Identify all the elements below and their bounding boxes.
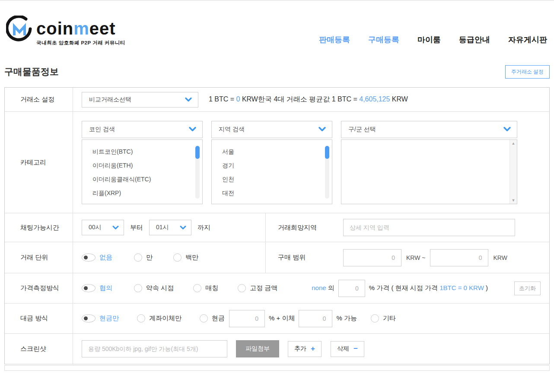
scroll-down-arrow-icon[interactable]: ▼	[512, 198, 516, 202]
price-method-field: 협의 약속 시점 매칭 고정 금액 none 의 % 가격 ( 현재 시점 가격…	[73, 273, 549, 303]
file-attach-button[interactable]: 파일첨부	[236, 340, 279, 357]
buy-range-field: KRW ~ KRW	[334, 242, 549, 273]
cash-percent-input[interactable]	[229, 310, 265, 327]
payment-radio-cash-mix[interactable]: 현금	[200, 314, 225, 322]
coin-search-select[interactable]: 코인 검색	[82, 121, 203, 138]
region-list-item[interactable]: 경기	[212, 159, 332, 173]
scrollbar-thumb[interactable]	[195, 146, 200, 159]
district-list-scrollbar[interactable]: ▲ ▼	[509, 140, 517, 204]
radio-icon	[193, 284, 201, 292]
radio-icon	[173, 253, 181, 262]
coin-list-item[interactable]: 이더리움(ETH)	[82, 159, 202, 173]
plus-icon: +	[311, 345, 315, 353]
rate-part2: KRW한국 4대 거래소 평균값 1 BTC =	[240, 95, 359, 103]
desired-area-label: 거래희망지역	[265, 213, 334, 242]
price-percent-input[interactable]	[338, 280, 365, 297]
unit-radio-million[interactable]: 백만	[173, 253, 198, 262]
brand-wordmark: coinmeet	[36, 20, 125, 37]
buy-range-min-input[interactable]	[343, 249, 401, 266]
payment-radio-transfer-only-label: 계좌이체만	[149, 314, 181, 322]
compare-exchange-select[interactable]: 비교거래소선택	[82, 92, 198, 107]
chat-time-to-select[interactable]: 01시	[149, 220, 191, 235]
rate-part1: 1 BTC =	[209, 95, 236, 103]
chat-time-from-select[interactable]: 00시	[82, 220, 124, 235]
chevron-down-icon	[112, 226, 119, 230]
payment-radio-etc-label: 기타	[383, 314, 396, 322]
payment-method-row: 대금 방식 현금만 계좌이체만 현금 % + 이체 % 가능 기타	[5, 303, 549, 333]
coin-list-scrollbar[interactable]	[195, 146, 200, 199]
price-radio-negotiate[interactable]: 협의	[82, 284, 112, 292]
buy-range-max-input[interactable]	[430, 249, 488, 266]
nav-item-buy-register[interactable]: 구매등록	[368, 35, 399, 45]
close-paren: )	[484, 284, 488, 291]
coin-list-item[interactable]: 비트코인(BTC)	[82, 145, 202, 159]
district-select[interactable]: 구/군 선택	[341, 121, 517, 138]
coin-combo: 코인 검색 비트코인(BTC) 이더리움(ETH) 이더리움클래식(ETC) 리…	[82, 121, 203, 204]
screenshot-label: 스크린샷	[5, 334, 73, 364]
region-list-item[interactable]: 대전	[212, 187, 332, 200]
minus-icon: −	[353, 345, 358, 353]
exchange-setting-label: 거래소 설정	[5, 88, 73, 111]
price-method-row: 가격측정방식 협의 약속 시점 매칭 고정 금액 none 의 % 가격 ( 현…	[5, 273, 549, 303]
payment-method-field: 현금만 계좌이체만 현금 % + 이체 % 가능 기타	[73, 303, 549, 333]
header: coinmeet 국내최초 암호화폐 P2P 거래 커뮤니티 판매등록 구매등록…	[0, 1, 554, 56]
price-radio-matching-label: 매칭	[205, 284, 218, 292]
price-radio-matching[interactable]: 매칭	[193, 284, 218, 292]
page-title: 구매물품정보	[4, 66, 59, 78]
region-list-item[interactable]: 인천	[212, 173, 332, 187]
category-label: 카테고리	[5, 112, 73, 213]
radio-icon	[200, 314, 208, 322]
main-exchange-setting-button[interactable]: 주거래소 설정	[505, 65, 550, 79]
radio-icon	[371, 314, 379, 322]
price-radio-fixed-amount-label: 고정 금액	[250, 284, 277, 292]
range-between-text: KRW ~	[406, 254, 425, 261]
price-percent-group: none 의 % 가격 ( 현재 시점 가격 1BTC = 0 KRW ) 초기…	[312, 280, 541, 297]
title-row: 구매물품정보 주거래소 설정	[4, 62, 550, 81]
unit-radio-none[interactable]: 없음	[82, 253, 112, 262]
scrollbar-thumb[interactable]	[325, 146, 329, 159]
desired-area-input[interactable]	[343, 219, 515, 236]
nav-item-free-board[interactable]: 자유게시판	[508, 35, 547, 45]
chat-time-label: 채팅가능시간	[5, 213, 73, 242]
chevron-down-icon	[503, 127, 511, 132]
category-field: 코인 검색 비트코인(BTC) 이더리움(ETH) 이더리움클래식(ETC) 리…	[73, 112, 549, 213]
chat-time-to-value: 01시	[156, 224, 169, 231]
add-screenshot-button[interactable]: 추가+	[288, 341, 322, 357]
district-combo: 구/군 선택 ▲ ▼	[341, 121, 517, 204]
payment-radio-etc[interactable]: 기타	[371, 314, 396, 322]
radio-icon	[134, 284, 142, 292]
price-text: % 가격 ( 현재 시점 가격	[369, 284, 439, 291]
brand-logo[interactable]: coinmeet 국내최초 암호화폐 P2P 거래 커뮤니티	[6, 16, 125, 46]
nav-item-grade-guide[interactable]: 등급안내	[459, 35, 490, 45]
region-list-scrollbar[interactable]	[325, 146, 329, 199]
nav-item-sell-register[interactable]: 판매등록	[319, 35, 350, 45]
main-nav: 판매등록 구매등록 마이룸 등급안내 자유게시판	[319, 35, 547, 45]
delete-screenshot-button[interactable]: 삭제−	[331, 341, 364, 357]
radio-selected-icon	[82, 284, 96, 292]
radio-selected-icon	[82, 253, 96, 262]
payment-radio-cash-only[interactable]: 현금만	[82, 314, 119, 322]
coin-list-item[interactable]: 이더리움클래식(ETC)	[82, 173, 202, 187]
wordmark-part3: eet	[89, 19, 116, 38]
screenshot-file-input[interactable]	[82, 340, 227, 357]
region-list-item[interactable]: 서울	[212, 145, 332, 159]
payment-radio-transfer-only[interactable]: 계좌이체만	[137, 314, 181, 322]
none-text: none	[312, 284, 326, 291]
coin-list-item[interactable]: 리플(XRP)	[82, 187, 202, 200]
scroll-up-arrow-icon[interactable]: ▲	[512, 141, 516, 145]
reset-button[interactable]: 초기화	[514, 281, 541, 295]
price-radio-promise-time[interactable]: 약속 시점	[134, 284, 174, 292]
from-text: 부터	[130, 224, 143, 232]
logo-text: coinmeet 국내최초 암호화폐 P2P 거래 커뮤니티	[36, 16, 125, 46]
nav-item-my-room[interactable]: 마이룸	[417, 35, 441, 45]
radio-icon	[134, 253, 142, 262]
category-row: 카테고리 코인 검색 비트코인(BTC) 이더리움(ETH) 이더리움클래식(E…	[5, 111, 549, 213]
transfer-percent-input[interactable]	[299, 310, 332, 327]
price-radio-fixed-amount[interactable]: 고정 금액	[238, 284, 277, 292]
unit-radio-none-label: 없음	[99, 253, 112, 262]
payment-method-label: 대금 방식	[5, 303, 73, 333]
region-search-select[interactable]: 지역 검색	[211, 121, 332, 138]
percent-ok-text: % 가능	[336, 314, 357, 322]
screenshot-row: 스크린샷 파일첨부 추가+ 삭제−	[5, 333, 549, 364]
unit-radio-ten-thousand[interactable]: 만	[134, 253, 153, 262]
